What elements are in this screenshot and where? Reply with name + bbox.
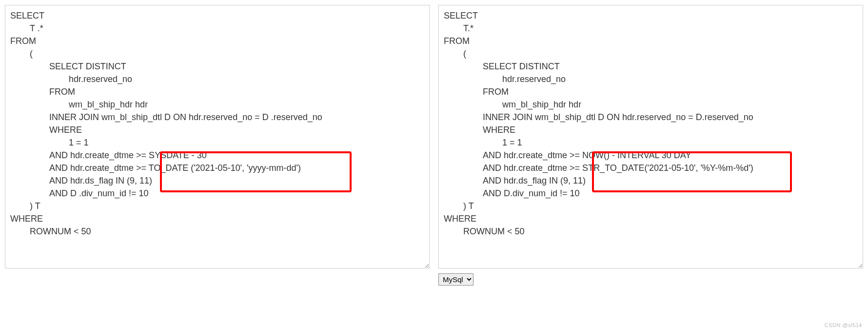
columns-container: SELECT T .* FROM ( SELECT DISTINCT hdr.r…: [5, 5, 863, 286]
right-column: SELECT T.* FROM ( SELECT DISTINCT hdr.re…: [438, 5, 863, 286]
db-type-select[interactable]: MySql: [438, 273, 473, 286]
right-sql-editor[interactable]: SELECT T.* FROM ( SELECT DISTINCT hdr.re…: [438, 5, 863, 268]
db-selector-row: MySql: [438, 273, 863, 286]
left-sql-editor[interactable]: SELECT T .* FROM ( SELECT DISTINCT hdr.r…: [5, 5, 430, 268]
left-column: SELECT T .* FROM ( SELECT DISTINCT hdr.r…: [5, 5, 430, 286]
